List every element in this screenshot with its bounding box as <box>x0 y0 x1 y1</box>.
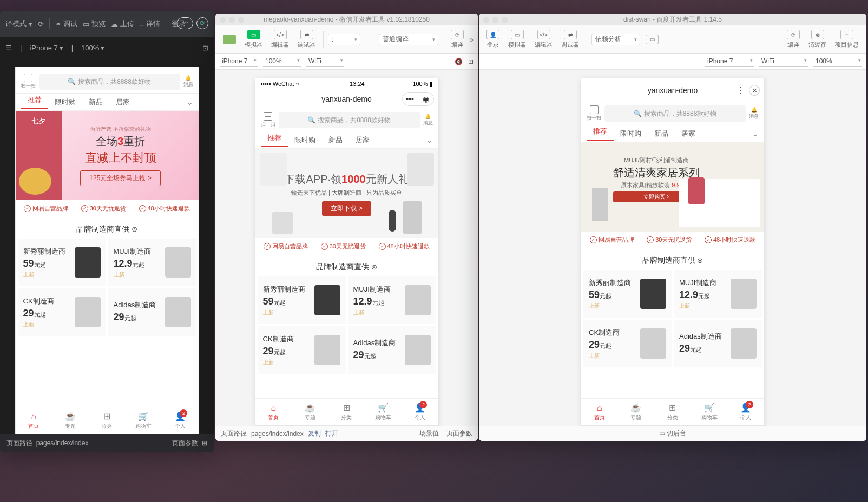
project-info-button[interactable]: ≡项目信息 <box>832 29 862 50</box>
brand-card[interactable]: 新秀丽制造商59元起上新 <box>18 239 106 286</box>
network-dropdown[interactable]: WiFi <box>306 56 344 67</box>
brand-card[interactable]: Adidas制造商29元起 <box>348 326 436 374</box>
brand-card[interactable]: 新秀丽制造商59元起上新 <box>258 276 346 324</box>
search-input[interactable]: 🔍 搜索商品，共8888款好物 <box>279 112 420 128</box>
tab-home[interactable]: ⌂首页 <box>16 407 52 434</box>
open-link[interactable]: 打开 <box>325 429 338 438</box>
grid-icon[interactable]: ⊞ <box>202 439 207 447</box>
bell-icon[interactable]: 🔔消息 <box>423 114 433 127</box>
brand-card[interactable]: 新秀丽制造商59元起上新 <box>583 270 672 318</box>
mode-dropdown[interactable]: 译模式 ▾ <box>5 19 32 29</box>
mute-icon[interactable]: 🔇 <box>455 58 463 65</box>
avatar[interactable] <box>220 34 239 45</box>
preview-button[interactable]: ▭ 预览 <box>83 19 106 29</box>
tab-category[interactable]: ⊞分类 <box>89 407 126 434</box>
tab-home[interactable]: 居家 <box>349 135 376 145</box>
chevron-down-icon[interactable]: ⌄ <box>426 136 433 144</box>
banner-cta-button[interactable]: 125元全场券马上抢 > <box>80 170 160 186</box>
refresh-capsule-icon[interactable]: ⟳ <box>196 17 208 29</box>
debugger-button[interactable]: ⇄调试器 <box>294 29 319 50</box>
chevron-down-icon[interactable]: ⌄ <box>752 129 759 138</box>
compile-button[interactable]: ⟳编译 <box>784 29 803 50</box>
brand-card[interactable]: CK制造商29元起上新 <box>258 326 346 374</box>
tab-topic[interactable]: ☕专题 <box>618 399 655 425</box>
tab-home[interactable]: ⌂首页 <box>581 399 618 425</box>
more-icon[interactable]: ⋮ <box>736 85 745 96</box>
brand-card[interactable]: Adidas制造商29元起 <box>108 288 196 336</box>
compile-mode-dropdown[interactable]: 普通编译 <box>379 34 438 45</box>
chevron-down-icon[interactable]: ⌄ <box>187 98 193 107</box>
traffic-lights[interactable] <box>220 17 244 23</box>
refresh-icon[interactable]: ⟳ <box>38 20 44 28</box>
search-input[interactable]: 🔍 搜索商品，共8888款好物 <box>39 74 180 90</box>
tab-flash[interactable]: 限时购 <box>48 97 82 107</box>
promo-banner[interactable]: 下载APP·领1000元新人礼 甄选天下优品 | 大牌制造商 | 只为品质买单 … <box>255 149 438 238</box>
tab-topic[interactable]: ☕专题 <box>292 399 328 425</box>
sidebar-toggle-icon[interactable]: ☰ <box>5 44 12 52</box>
more-icon[interactable]: ••• <box>403 93 418 105</box>
device-dropdown[interactable]: iPhone 7 <box>705 56 754 67</box>
tab-category[interactable]: ⊞分类 <box>654 399 691 425</box>
tab-category[interactable]: ⊞分类 <box>328 399 365 425</box>
tab-profile[interactable]: 👤个人2 <box>162 407 199 434</box>
tab-recommend[interactable]: 推荐 <box>21 95 48 109</box>
more-icon[interactable]: » <box>469 35 474 44</box>
compile-button[interactable]: ⟳编译 <box>448 29 467 50</box>
clear-cache-button[interactable]: ⊗清缓存 <box>805 29 830 50</box>
debugger-button[interactable]: ⇄调试器 <box>558 29 582 50</box>
upload-button[interactable]: ☁ 上传 <box>111 19 134 29</box>
tab-flash[interactable]: 限时购 <box>614 129 648 138</box>
detail-button[interactable]: ≡ 详情 <box>140 19 160 29</box>
bell-icon[interactable]: 🔔消息 <box>749 107 759 120</box>
device-dropdown[interactable]: iPhone 7 <box>220 56 258 67</box>
tab-cart[interactable]: 🛒购物车 <box>125 407 162 434</box>
brand-card[interactable]: Adidas制造商29元起 <box>674 320 762 367</box>
close-icon[interactable]: ◉ <box>418 93 433 105</box>
simulator-button[interactable]: ▭模拟器 <box>241 29 266 50</box>
network-dropdown[interactable]: WiFi <box>759 56 808 67</box>
tab-home[interactable]: 居家 <box>109 97 136 107</box>
close-icon[interactable]: ✕ <box>749 85 760 96</box>
zoom-dropdown[interactable]: 100% ▾ <box>81 44 104 52</box>
brand-card[interactable]: MUJI制造商12.9元起上新 <box>108 239 196 286</box>
device-dropdown[interactable]: iPhone 7 ▾ <box>30 44 63 52</box>
tab-profile[interactable]: 👤个人2 <box>727 399 764 425</box>
more-icon[interactable]: ••• <box>177 17 193 29</box>
tab-topic[interactable]: ☕专题 <box>52 407 89 434</box>
switch-bg-button[interactable]: ▭ 切后台 <box>659 429 686 438</box>
tab-cart[interactable]: 🛒购物车 <box>365 399 402 425</box>
dock-icon[interactable]: ⊡ <box>202 44 208 52</box>
download-button[interactable]: 立即下载 > <box>322 201 371 216</box>
simulator-button[interactable]: ▭模拟器 <box>505 29 529 50</box>
bell-icon[interactable]: 🔔消息 <box>183 75 193 88</box>
brand-card[interactable]: MUJI制造商12.9元起上新 <box>674 270 762 318</box>
brand-card[interactable]: CK制造商29元起上新 <box>18 288 106 336</box>
tab-new[interactable]: 新品 <box>82 97 109 107</box>
brand-card[interactable]: MUJI制造商12.9元起上新 <box>348 276 436 324</box>
zoom-dropdown[interactable]: 100% <box>263 56 301 67</box>
tab-new[interactable]: 新品 <box>322 135 349 145</box>
tab-cart[interactable]: 🛒购物车 <box>691 399 728 425</box>
tab-recommend[interactable]: 推荐 <box>587 127 614 141</box>
dock-icon[interactable]: ⊡ <box>468 58 474 65</box>
tab-home[interactable]: ⌂首页 <box>255 399 292 425</box>
zoom-dropdown[interactable]: 100% <box>813 56 862 67</box>
copy-link[interactable]: 复制 <box>308 429 321 438</box>
run-button[interactable]: ▭ <box>642 34 662 45</box>
colon-dropdown[interactable]: : <box>328 34 360 45</box>
tab-new[interactable]: 新品 <box>648 129 675 138</box>
tab-flash[interactable]: 限时购 <box>288 135 322 145</box>
dep-mode-dropdown[interactable]: 依赖分析 <box>591 34 640 45</box>
search-input[interactable]: 🔍 搜索商品，共8888款好物 <box>604 105 746 122</box>
login-button[interactable]: 👤登录 <box>483 29 503 50</box>
tab-home[interactable]: 居家 <box>675 129 702 138</box>
tab-recommend[interactable]: 推荐 <box>261 133 288 147</box>
promo-banner[interactable]: MUJI/阿村/飞利浦制造商 舒适清爽家居系列 原木家具|精致软装 9.9元起 … <box>581 142 764 232</box>
scan-icon[interactable]: 扫一扫 <box>587 105 601 122</box>
promo-banner[interactable]: 七夕 为所产选 不落俗套的礼物 全场3重折 直减上不封顶 125元全场券马上抢 … <box>16 111 199 200</box>
brand-card[interactable]: CK制造商29元起上新 <box>583 320 672 367</box>
editor-button[interactable]: </>编辑器 <box>531 29 556 50</box>
scan-icon[interactable]: 扫一扫 <box>21 74 36 90</box>
scan-icon[interactable]: 扫一扫 <box>261 112 275 128</box>
traffic-lights[interactable] <box>483 17 508 23</box>
